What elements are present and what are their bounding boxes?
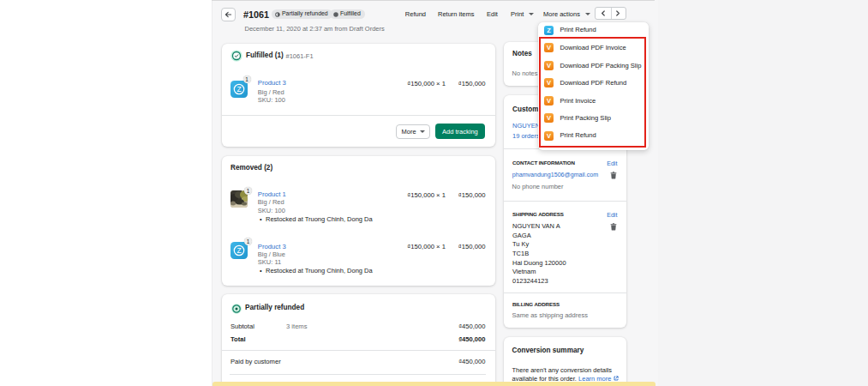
svg-text:Z: Z xyxy=(236,246,241,255)
svg-text:Z: Z xyxy=(236,85,241,93)
svg-text:Z: Z xyxy=(547,27,551,34)
